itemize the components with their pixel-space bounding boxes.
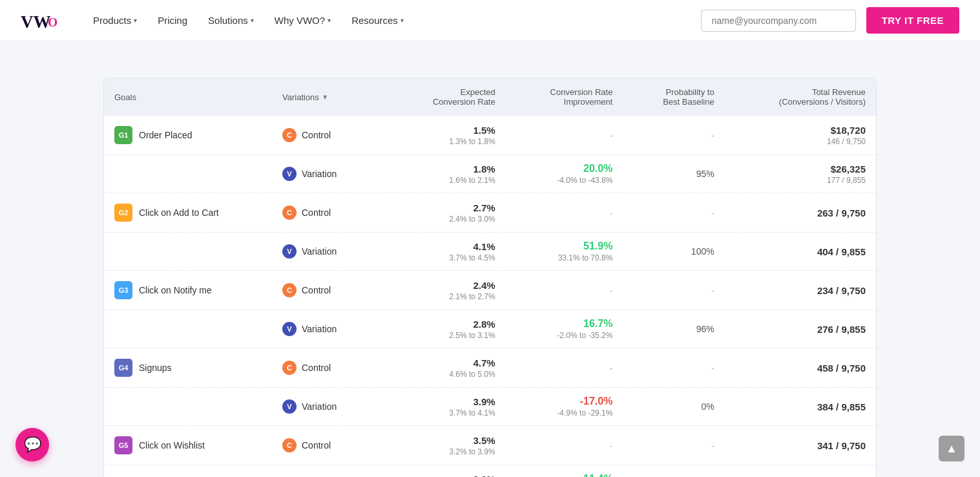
table-row: VVariation2.8%2.5% to 3.1%16.7%-2.0% to … xyxy=(104,310,876,348)
improvement-cell: - xyxy=(506,271,623,310)
conv-rate-range: 3.2% to 3.9% xyxy=(399,447,495,456)
email-input[interactable] xyxy=(701,10,856,32)
revenue-main: 341 / 9,750 xyxy=(735,440,866,451)
conv-rate-main: 3.5% xyxy=(399,435,495,446)
improvement-range: 33.1% to 70.8% xyxy=(516,253,613,262)
probability-value: 100% xyxy=(691,246,714,257)
revenue-cell: 263 / 9,750 xyxy=(725,193,876,233)
dash: - xyxy=(610,441,612,450)
revenue-cell: 384 / 9,855 xyxy=(725,465,876,478)
chat-button[interactable]: 💬 xyxy=(16,428,49,461)
conv-rate-range: 2.4% to 3.0% xyxy=(399,215,495,224)
col-variations: Variations ▼ xyxy=(272,78,388,116)
control-badge: C xyxy=(282,283,297,297)
conv-rate-cell: 2.8%2.5% to 3.1% xyxy=(388,310,506,348)
probability-value: 95% xyxy=(696,169,714,179)
revenue-cell: 458 / 9,750 xyxy=(725,348,876,388)
table-body: G1Order PlacedCControl1.5%1.3% to 1.8%--… xyxy=(104,116,876,477)
control-badge: C xyxy=(282,206,297,220)
variation-cell: VVariation xyxy=(272,155,388,193)
conv-rate-range: 3.7% to 4.5% xyxy=(399,253,495,262)
goal-label: Click on Add to Cart xyxy=(139,207,219,218)
table-row: VVariation1.8%1.6% to 2.1%20.0%-4.0% to … xyxy=(104,155,876,193)
try-free-button[interactable]: TRY IT FREE xyxy=(866,7,959,34)
revenue-main: 263 / 9,750 xyxy=(735,207,866,218)
svg-text:V: V xyxy=(21,12,34,31)
nav-pricing[interactable]: Pricing xyxy=(150,10,195,31)
goal-badge: G4 xyxy=(114,359,132,377)
chevron-down-icon: ▾ xyxy=(134,17,137,24)
variation-cell: VVariation xyxy=(272,233,388,271)
probability-value: - xyxy=(711,131,714,140)
revenue-cell: 276 / 9,855 xyxy=(725,310,876,348)
conv-rate-cell: 4.7%4.6% to 5.0% xyxy=(388,348,506,388)
filter-icon[interactable]: ▼ xyxy=(322,93,329,101)
conv-rate-main: 1.8% xyxy=(399,164,495,175)
revenue-cell: 234 / 9,750 xyxy=(725,271,876,310)
col-goals: Goals xyxy=(104,78,272,116)
goal-cell-G1 xyxy=(104,155,272,193)
probability-cell: 0% xyxy=(623,388,724,426)
variation-name: Control xyxy=(302,363,331,373)
nav-products[interactable]: Products ▾ xyxy=(85,10,145,31)
variation-name: Variation xyxy=(302,169,337,179)
top-partial xyxy=(0,41,980,54)
probability-cell: - xyxy=(623,193,724,233)
nav-solutions[interactable]: Solutions ▾ xyxy=(200,10,262,31)
goal-label: Click on Notify me xyxy=(139,285,212,295)
table-row: VVariation3.9%3.7% to 4.1%-17.0%-4.9% to… xyxy=(104,388,876,426)
variation-badge: V xyxy=(282,322,297,336)
table-row: VVariation3.9%3.5% to 4.3%11.4%-3.4% to … xyxy=(104,465,876,478)
conv-rate-range: 1.3% to 1.8% xyxy=(399,137,495,146)
svg-text:O: O xyxy=(48,16,57,29)
header-right: TRY IT FREE xyxy=(701,7,959,34)
logo[interactable]: V W O xyxy=(21,8,59,34)
dash: - xyxy=(610,286,612,295)
conv-rate-main: 4.1% xyxy=(399,241,495,252)
improvement-value: 51.9% xyxy=(516,240,613,252)
goal-badge: G2 xyxy=(114,204,132,222)
conv-rate-main: 3.9% xyxy=(399,474,495,478)
improvement-cell: - xyxy=(506,116,623,155)
variation-name: Variation xyxy=(302,401,337,412)
goal-cell-G3: G3Click on Notify me xyxy=(104,271,272,310)
improvement-cell: - xyxy=(506,426,623,465)
variation-badge: V xyxy=(282,167,297,181)
revenue-cell: $18,720146 / 9,750 xyxy=(725,116,876,155)
scroll-top-button[interactable]: ▲ xyxy=(939,436,964,461)
revenue-sub: 146 / 9,750 xyxy=(735,137,866,146)
col-conv-rate: Expected Conversion Rate xyxy=(388,78,506,116)
goal-label: Signups xyxy=(139,363,172,373)
table-row: G3Click on Notify meCControl2.4%2.1% to … xyxy=(104,271,876,310)
improvement-cell: 16.7%-2.0% to -35.2% xyxy=(506,310,623,348)
chevron-down-icon: ▾ xyxy=(401,17,404,24)
variation-cell: CControl xyxy=(272,271,388,310)
nav-resources[interactable]: Resources ▾ xyxy=(344,10,412,31)
table-header: Goals Variations ▼ Expected Conversion R… xyxy=(104,78,876,116)
nav-why-vwo[interactable]: Why VWO? ▾ xyxy=(267,10,339,31)
chevron-down-icon: ▾ xyxy=(328,17,331,24)
conv-rate-main: 2.7% xyxy=(399,202,495,213)
probability-value: - xyxy=(711,363,714,373)
improvement-value: 16.7% xyxy=(516,318,613,330)
probability-cell: - xyxy=(623,348,724,388)
probability-value: - xyxy=(711,208,714,218)
improvement-value: 11.4% xyxy=(516,473,613,477)
probability-cell: 93% xyxy=(623,465,724,478)
revenue-main: 458 / 9,750 xyxy=(735,363,866,374)
variation-badge: V xyxy=(282,399,297,414)
improvement-value: 20.0% xyxy=(516,163,613,175)
improvement-cell: - xyxy=(506,193,623,233)
variation-name: Control xyxy=(302,285,331,295)
results-table-container: Goals Variations ▼ Expected Conversion R… xyxy=(103,78,877,477)
header: V W O Products ▾ Pricing Solutions ▾ Why… xyxy=(0,0,980,41)
probability-cell: 95% xyxy=(623,155,724,193)
goal-cell-G4: G4Signups xyxy=(104,348,272,388)
col-improvement: Conversion Rate Improvement xyxy=(506,78,623,116)
conv-rate-range: 4.6% to 5.0% xyxy=(399,370,495,379)
improvement-range: -4.0% to -43.8% xyxy=(516,176,613,185)
improvement-cell: 20.0%-4.0% to -43.8% xyxy=(506,155,623,193)
conv-rate-cell: 3.9%3.7% to 4.1% xyxy=(388,388,506,426)
revenue-sub: 177 / 9,855 xyxy=(735,176,866,185)
probability-cell: 96% xyxy=(623,310,724,348)
